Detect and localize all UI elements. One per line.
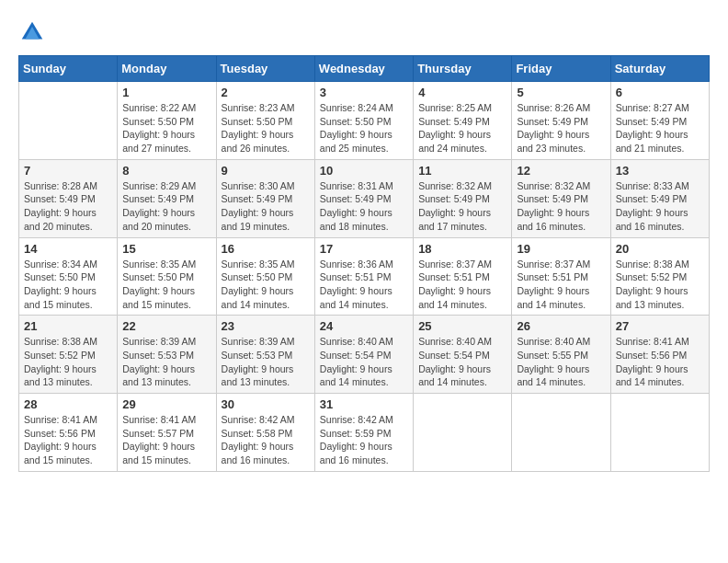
calendar-cell: 31Sunrise: 8:42 AM Sunset: 5:59 PM Dayli… — [314, 394, 413, 472]
day-info: Sunrise: 8:41 AM Sunset: 5:57 PM Dayligh… — [122, 413, 210, 467]
calendar-week-row: 7Sunrise: 8:28 AM Sunset: 5:49 PM Daylig… — [19, 159, 710, 237]
calendar-cell: 13Sunrise: 8:33 AM Sunset: 5:49 PM Dayli… — [610, 159, 709, 237]
day-number: 8 — [122, 164, 210, 178]
day-info: Sunrise: 8:32 AM Sunset: 5:49 PM Dayligh… — [517, 179, 605, 234]
logo-icon — [18, 18, 46, 46]
day-info: Sunrise: 8:41 AM Sunset: 5:56 PM Dayligh… — [616, 335, 704, 389]
calendar-cell: 9Sunrise: 8:30 AM Sunset: 5:49 PM Daylig… — [216, 159, 314, 237]
day-number: 11 — [418, 164, 506, 178]
calendar-week-row: 1Sunrise: 8:22 AM Sunset: 5:50 PM Daylig… — [19, 82, 710, 160]
calendar-table: SundayMondayTuesdayWednesdayThursdayFrid… — [18, 55, 710, 472]
calendar-cell: 25Sunrise: 8:40 AM Sunset: 5:54 PM Dayli… — [414, 316, 512, 394]
calendar-header-thursday: Thursday — [414, 56, 512, 82]
day-info: Sunrise: 8:35 AM Sunset: 5:50 PM Dayligh… — [122, 258, 210, 312]
calendar-cell — [19, 82, 118, 160]
day-number: 16 — [222, 242, 310, 256]
calendar-header-wednesday: Wednesday — [314, 56, 413, 82]
calendar-cell — [512, 394, 610, 472]
calendar-cell: 15Sunrise: 8:35 AM Sunset: 5:50 PM Dayli… — [118, 237, 216, 316]
calendar-header-saturday: Saturday — [610, 56, 709, 82]
day-number: 3 — [320, 86, 408, 99]
calendar-cell: 6Sunrise: 8:27 AM Sunset: 5:49 PM Daylig… — [610, 82, 709, 160]
day-number: 14 — [24, 242, 112, 256]
calendar-cell: 30Sunrise: 8:42 AM Sunset: 5:58 PM Dayli… — [216, 394, 314, 472]
day-info: Sunrise: 8:33 AM Sunset: 5:49 PM Dayligh… — [616, 179, 704, 234]
day-number: 29 — [122, 397, 210, 411]
day-number: 27 — [616, 319, 704, 333]
calendar-cell: 8Sunrise: 8:29 AM Sunset: 5:49 PM Daylig… — [118, 159, 216, 237]
calendar-cell — [610, 394, 709, 472]
day-info: Sunrise: 8:25 AM Sunset: 5:49 PM Dayligh… — [418, 101, 506, 155]
calendar-cell: 5Sunrise: 8:26 AM Sunset: 5:49 PM Daylig… — [512, 82, 610, 160]
calendar-header-sunday: Sunday — [19, 56, 118, 82]
day-info: Sunrise: 8:35 AM Sunset: 5:50 PM Dayligh… — [222, 258, 310, 312]
day-info: Sunrise: 8:40 AM Sunset: 5:55 PM Dayligh… — [517, 335, 605, 389]
day-number: 21 — [24, 319, 112, 333]
day-number: 28 — [24, 397, 112, 411]
day-info: Sunrise: 8:42 AM Sunset: 5:58 PM Dayligh… — [222, 413, 310, 467]
day-number: 12 — [517, 164, 605, 178]
day-info: Sunrise: 8:41 AM Sunset: 5:56 PM Dayligh… — [24, 413, 112, 467]
day-number: 30 — [222, 397, 310, 411]
day-number: 17 — [320, 242, 408, 256]
calendar-header-monday: Monday — [118, 56, 216, 82]
calendar-cell: 26Sunrise: 8:40 AM Sunset: 5:55 PM Dayli… — [512, 316, 610, 394]
day-number: 24 — [320, 319, 408, 333]
calendar-cell: 12Sunrise: 8:32 AM Sunset: 5:49 PM Dayli… — [512, 159, 610, 237]
day-info: Sunrise: 8:38 AM Sunset: 5:52 PM Dayligh… — [616, 258, 704, 312]
logo — [18, 18, 50, 46]
day-info: Sunrise: 8:31 AM Sunset: 5:49 PM Dayligh… — [320, 179, 408, 234]
calendar-cell: 21Sunrise: 8:38 AM Sunset: 5:52 PM Dayli… — [19, 316, 118, 394]
day-info: Sunrise: 8:42 AM Sunset: 5:59 PM Dayligh… — [320, 413, 408, 467]
day-number: 22 — [122, 319, 210, 333]
page-header — [18, 18, 710, 46]
calendar-cell: 17Sunrise: 8:36 AM Sunset: 5:51 PM Dayli… — [314, 237, 413, 316]
calendar-cell: 2Sunrise: 8:23 AM Sunset: 5:50 PM Daylig… — [216, 82, 314, 160]
day-info: Sunrise: 8:36 AM Sunset: 5:51 PM Dayligh… — [320, 258, 408, 312]
day-number: 25 — [418, 319, 506, 333]
day-number: 9 — [222, 164, 310, 178]
day-number: 26 — [517, 319, 605, 333]
day-info: Sunrise: 8:40 AM Sunset: 5:54 PM Dayligh… — [320, 335, 408, 389]
day-info: Sunrise: 8:38 AM Sunset: 5:52 PM Dayligh… — [24, 335, 112, 389]
calendar-cell: 23Sunrise: 8:39 AM Sunset: 5:53 PM Dayli… — [216, 316, 314, 394]
day-info: Sunrise: 8:37 AM Sunset: 5:51 PM Dayligh… — [418, 258, 506, 312]
day-info: Sunrise: 8:32 AM Sunset: 5:49 PM Dayligh… — [418, 179, 506, 234]
day-number: 1 — [122, 86, 210, 99]
calendar-cell: 27Sunrise: 8:41 AM Sunset: 5:56 PM Dayli… — [610, 316, 709, 394]
day-info: Sunrise: 8:26 AM Sunset: 5:49 PM Dayligh… — [517, 101, 605, 155]
calendar-header-row: SundayMondayTuesdayWednesdayThursdayFrid… — [19, 56, 710, 82]
day-number: 18 — [418, 242, 506, 256]
day-info: Sunrise: 8:23 AM Sunset: 5:50 PM Dayligh… — [222, 101, 310, 155]
calendar-cell: 22Sunrise: 8:39 AM Sunset: 5:53 PM Dayli… — [118, 316, 216, 394]
calendar-week-row: 14Sunrise: 8:34 AM Sunset: 5:50 PM Dayli… — [19, 237, 710, 316]
day-number: 23 — [222, 319, 310, 333]
calendar-cell: 1Sunrise: 8:22 AM Sunset: 5:50 PM Daylig… — [118, 82, 216, 160]
calendar-cell: 28Sunrise: 8:41 AM Sunset: 5:56 PM Dayli… — [19, 394, 118, 472]
day-info: Sunrise: 8:24 AM Sunset: 5:50 PM Dayligh… — [320, 101, 408, 155]
day-info: Sunrise: 8:40 AM Sunset: 5:54 PM Dayligh… — [418, 335, 506, 389]
day-number: 20 — [616, 242, 704, 256]
day-info: Sunrise: 8:28 AM Sunset: 5:49 PM Dayligh… — [24, 179, 112, 234]
calendar-cell: 19Sunrise: 8:37 AM Sunset: 5:51 PM Dayli… — [512, 237, 610, 316]
day-info: Sunrise: 8:22 AM Sunset: 5:50 PM Dayligh… — [122, 101, 210, 155]
day-info: Sunrise: 8:39 AM Sunset: 5:53 PM Dayligh… — [122, 335, 210, 389]
day-number: 4 — [418, 86, 506, 99]
calendar-cell: 3Sunrise: 8:24 AM Sunset: 5:50 PM Daylig… — [314, 82, 413, 160]
calendar-cell: 10Sunrise: 8:31 AM Sunset: 5:49 PM Dayli… — [314, 159, 413, 237]
calendar-week-row: 21Sunrise: 8:38 AM Sunset: 5:52 PM Dayli… — [19, 316, 710, 394]
calendar-cell: 18Sunrise: 8:37 AM Sunset: 5:51 PM Dayli… — [414, 237, 512, 316]
day-number: 31 — [320, 397, 408, 411]
day-info: Sunrise: 8:37 AM Sunset: 5:51 PM Dayligh… — [517, 258, 605, 312]
day-number: 7 — [24, 164, 112, 178]
day-number: 6 — [616, 86, 704, 99]
day-number: 13 — [616, 164, 704, 178]
calendar-header-tuesday: Tuesday — [216, 56, 314, 82]
day-number: 10 — [320, 164, 408, 178]
calendar-cell: 14Sunrise: 8:34 AM Sunset: 5:50 PM Dayli… — [19, 237, 118, 316]
calendar-cell: 20Sunrise: 8:38 AM Sunset: 5:52 PM Dayli… — [610, 237, 709, 316]
calendar-cell: 24Sunrise: 8:40 AM Sunset: 5:54 PM Dayli… — [314, 316, 413, 394]
day-number: 15 — [122, 242, 210, 256]
day-info: Sunrise: 8:29 AM Sunset: 5:49 PM Dayligh… — [122, 179, 210, 234]
calendar-header-friday: Friday — [512, 56, 610, 82]
